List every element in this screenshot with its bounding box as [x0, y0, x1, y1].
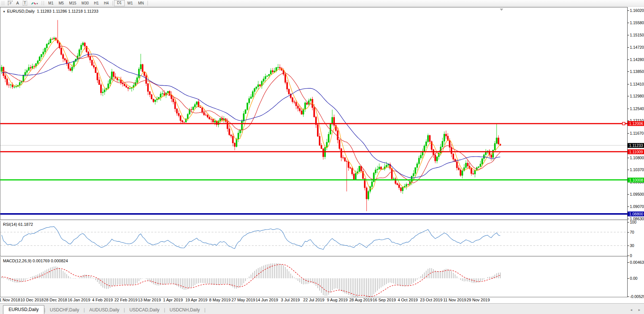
rsi-indicator-pane[interactable]: RSI(14) 61.1872 [0, 221, 627, 256]
date-tick-label: 9 Aug 2019 [327, 298, 348, 302]
price-tick-label: 1.14280 [630, 57, 644, 62]
price-tick-dash [628, 23, 629, 23]
timeframe-w1-button[interactable]: W1 [125, 0, 136, 6]
date-tick-label: 14 Jun 2019 [256, 298, 278, 302]
price-tick-dash [628, 96, 629, 96]
date-tick-label: 16 Jan 2019 [68, 298, 91, 302]
macd-tick-dash [628, 278, 629, 279]
timeframe-m5-button[interactable]: M5 [56, 0, 66, 6]
rsi-tick-label: 100 [630, 220, 637, 224]
price-tick-dash [628, 35, 629, 35]
rsi-tick-label: 30 [630, 243, 634, 248]
rsi-tick-label: 0 [630, 253, 632, 258]
macd-tick-label: 0.00 [630, 276, 637, 281]
price-tick-label: 1.12980 [630, 94, 644, 98]
indicators-icon[interactable]: ⬈⬊▾ [29, 0, 40, 6]
chart-grid-f-icon[interactable]: F [6, 0, 15, 6]
date-tick-label: 28 Dec 2018 [44, 298, 67, 302]
tab-scroll-right-icon[interactable]: ▸ [638, 308, 640, 312]
tab-eurusd[interactable]: EURUSD,Daily [3, 305, 44, 314]
line-drag-handle[interactable] [622, 122, 625, 125]
timeframe-m30-button[interactable]: M30 [79, 0, 91, 6]
price-tick-dash [628, 194, 629, 195]
tab-usdcnh[interactable]: USDCNH,Daily [165, 306, 204, 314]
date-tick-label: 13 Mar 2019 [138, 298, 161, 302]
label-t-icon[interactable]: T [21, 0, 29, 6]
date-tick-label: 28 Aug 2019 [349, 298, 372, 302]
toolbar-separator [112, 1, 113, 6]
rsi-tick-dash [628, 222, 629, 222]
timeframe-m15-button[interactable]: M15 [66, 0, 79, 6]
chart-symbol-label: EURUSD,Daily [7, 9, 35, 13]
macd-plot [0, 257, 627, 297]
tabs: EURUSD,Daily|USDCHF,Daily|AUDUSD,Daily|U… [0, 305, 206, 314]
price-tick-label: 1.14720 [630, 45, 644, 49]
date-tick-label: 4 Oct 2019 [398, 298, 418, 302]
ohlc-low: 1.11218 [68, 9, 83, 13]
support-blue-badge: 1.08800 [628, 212, 644, 217]
timeframe-mn-button[interactable]: MN [136, 0, 147, 6]
price-tick-label: 1.09070 [630, 204, 644, 209]
tab-usdcad[interactable]: USDCAD,Daily [125, 306, 164, 314]
timeframe-d1-button[interactable]: D1 [114, 0, 125, 6]
macd-tick-dash [628, 297, 629, 297]
ohlc-open: 1.11283 [37, 9, 51, 13]
timeframe-h1-button[interactable]: H1 [91, 0, 101, 6]
date-tick-label: 22 Feb 2019 [114, 298, 137, 302]
current-price-badge: 1.11233 [628, 143, 644, 148]
bull-candle-bodies [1, 38, 497, 199]
price-tick-dash [628, 10, 629, 11]
macd-signal-line [2, 265, 501, 297]
date-tick-label: 11 Nov 2019 [443, 298, 466, 302]
chart-shift-marker-icon[interactable] [500, 9, 503, 11]
macd-histogram [2, 263, 501, 297]
price-tick-label: 1.09500 [630, 192, 644, 196]
date-tick-label: 3 Jul 2019 [281, 298, 300, 302]
timeframe-h4-button[interactable]: H4 [101, 0, 111, 6]
trading-terminal-window: FAT⬈⬊▾M1M5M15M30H1H4D1W1MN ▼EURUSD,Daily… [0, 0, 644, 314]
price-tick-dash [628, 133, 629, 134]
price-tick-dash [628, 206, 629, 207]
price-tick-dash [628, 170, 629, 170]
price-tick-dash [628, 109, 629, 109]
date-tick-label: 21 Nov 2018 [0, 298, 20, 302]
date-tick-label: 27 May 2019 [232, 298, 256, 302]
tab-usdchf[interactable]: USDCHF,Daily [45, 306, 84, 314]
tab-audusd[interactable]: AUDUSD,Daily [85, 306, 124, 314]
date-tick-label: 1 Apr 2019 [163, 298, 183, 302]
main-chart-pane[interactable]: ▼EURUSD,Daily 1.11283 1.11286 1.11218 1.… [0, 7, 627, 220]
price-tick-label: 1.13850 [630, 69, 644, 74]
macd-tick-label: -0.005299 [630, 294, 644, 299]
rsi-line [2, 227, 501, 250]
text-a-icon[interactable]: A [15, 0, 21, 6]
price-tick-dash [628, 60, 629, 60]
tab-separator: | [204, 307, 206, 314]
rsi-tick-dash [628, 256, 629, 256]
top-toolbar: FAT⬈⬊▾M1M5M15M30H1H4D1W1MN [0, 0, 644, 7]
tab-scroll-left-icon[interactable]: ◂ [630, 308, 632, 312]
moving-average-5 [2, 40, 501, 189]
bear-candle-wicks [3, 20, 500, 211]
price-tick-dash [628, 219, 629, 219]
time-axis: 21 Nov 201810 Dec 201828 Dec 201816 Jan … [0, 297, 627, 303]
price-tick-label: 1.15150 [630, 33, 644, 37]
chart-tab-bar: EURUSD,Daily|USDCHF,Daily|AUDUSD,Daily|U… [0, 303, 644, 314]
date-tick-label: 19 Apr 2019 [185, 298, 207, 302]
macd-indicator-pane[interactable]: MACD(12,26,9) 0.001769 0.000824 [0, 257, 627, 297]
ohlc-close: 1.11233 [84, 9, 98, 13]
date-tick-label: 22 Jul 2019 [303, 298, 324, 302]
support-green-badge: 1.10008 [628, 177, 644, 182]
chart-dropdown-icon[interactable]: ▼ [3, 10, 6, 13]
rsi-tick-dash [628, 232, 629, 233]
toolbar-grip[interactable] [2, 1, 4, 5]
ohlc-high: 1.11286 [53, 9, 67, 13]
tab-scroll-buttons: ◂ ▸ [625, 308, 640, 312]
price-tick-dash [628, 47, 629, 48]
toolbar-grip[interactable] [42, 1, 44, 5]
rsi-plot [0, 221, 627, 256]
price-tick-dash [628, 71, 629, 72]
rsi-tick-label: 70 [630, 230, 634, 234]
timeframe-m1-button[interactable]: M1 [46, 0, 56, 6]
date-tick-label: 16 Sep 2019 [372, 298, 396, 302]
moving-average-34 [2, 54, 501, 178]
